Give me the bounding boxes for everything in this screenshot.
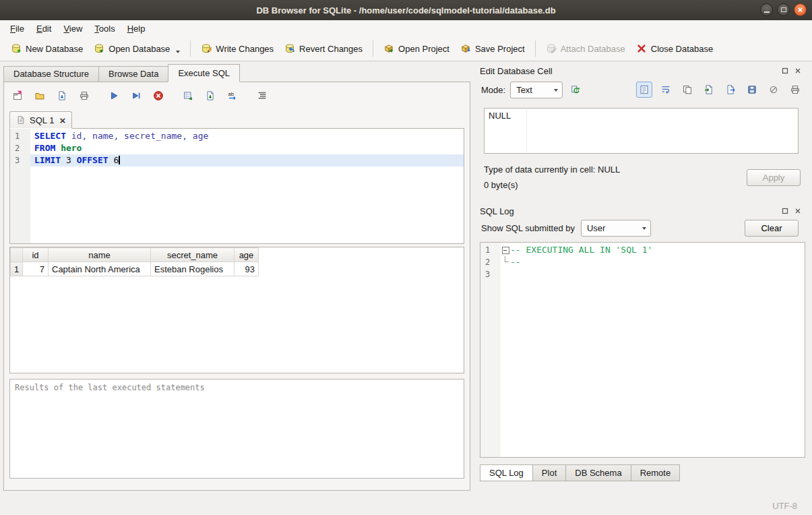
save-button[interactable] [744,82,760,98]
set-null-button[interactable] [766,82,782,98]
log-filter-combobox[interactable]: User [581,220,651,237]
button-label: Attach Database [561,44,625,54]
row-number[interactable]: 1 [11,262,23,276]
app-window: DB Browser for SQLite - /home/user/code/… [0,0,812,515]
save-project-button[interactable]: Save Project [455,40,530,57]
dock-tab-plot[interactable]: Plot [532,464,566,481]
menu-view[interactable]: View [57,22,88,36]
save-sql-file-icon [57,90,67,101]
find-replace-button[interactable]: ab [224,88,241,104]
log-line-2: 2-- [480,256,805,268]
print-icon [790,84,801,95]
close-window-button[interactable]: × [794,3,807,16]
export-button[interactable] [722,82,739,98]
sql-log-title: SQL Log [480,206,782,216]
tab-execute-sql[interactable]: Execute SQL [168,64,240,82]
format-sql-button[interactable] [254,88,270,104]
fold-marker [501,268,510,280]
log-line-3: 3 [480,268,805,280]
column-header-age[interactable]: age [235,248,259,262]
button-label: New Database [26,44,83,54]
window-title: DB Browser for SQLite - /home/user/code/… [0,5,812,16]
maximize-button[interactable] [777,3,790,16]
import-button[interactable] [701,82,717,98]
copy-button[interactable] [679,82,695,98]
main-toolbar: New DatabaseOpen DatabaseWrite ChangesRe… [0,36,812,61]
line-text: SELECT id, name, secret_name, age [30,130,464,142]
log-filter-label: Show SQL submitted by [481,223,575,233]
menu-edit[interactable]: Edit [30,22,57,36]
table-cell[interactable]: Esteban Rogelios [151,262,235,276]
dock-tab-remote[interactable]: Remote [631,464,681,481]
tab-close-icon[interactable]: × [59,115,65,125]
new-database-button[interactable]: New Database [5,40,88,57]
sql-log-view[interactable]: 1-- EXECUTING ALL IN 'SQL 1'2--3 [480,242,805,458]
log-line-1: 1-- EXECUTING ALL IN 'SQL 1' [480,244,805,256]
tab-database-structure[interactable]: Database Structure [3,66,99,82]
cell-content: NULL [489,111,511,121]
dock-tab-bar: SQL LogPlotDB SchemaRemote [480,464,810,481]
open-database-button[interactable]: Open Database [88,40,185,57]
dropdown-arrow-icon[interactable] [176,51,180,53]
close-database-button[interactable]: Close Database [631,40,719,57]
dock-tab-sql-log[interactable]: SQL Log [480,464,533,481]
maximize-icon [781,7,786,12]
menu-file[interactable]: File [4,22,30,36]
column-header-name[interactable]: name [49,248,151,262]
text-view-button[interactable] [636,82,652,98]
execute-all-button[interactable] [106,88,122,104]
sql-tab[interactable]: SQL 1 × [9,111,72,129]
save-results-button[interactable] [202,88,218,104]
table-cell[interactable]: 93 [235,262,259,276]
open-sql-new-tab-button[interactable] [9,88,26,104]
sql-editor[interactable]: 1SELECT id, name, secret_name, age2FROM … [9,128,464,244]
edit-cell-title: Edit Database Cell [480,66,782,76]
fold-marker[interactable] [501,244,510,256]
minimize-button[interactable] [760,3,773,16]
print-button[interactable] [787,82,803,98]
menu-help[interactable]: Help [121,22,152,36]
menu-tools[interactable]: Tools [88,22,121,36]
dock-tab-db-schema[interactable]: DB Schema [565,464,631,481]
undock-icon[interactable] [782,67,789,75]
open-sql-file-button[interactable] [32,88,48,104]
results-grid[interactable]: idnamesecret_nameage17Captain North Amer… [9,247,464,373]
table-cell[interactable]: 7 [23,262,49,276]
save-project-icon [460,43,471,54]
export-csv-button[interactable] [180,88,196,104]
execute-current-line-button[interactable] [128,88,144,104]
column-header-secret-name[interactable]: secret_name [151,248,235,262]
cell-editor[interactable]: NULL [484,108,799,154]
table-cell[interactable]: Captain North America [49,262,151,276]
write-changes-button[interactable]: Write Changes [195,40,279,57]
export-csv-icon [183,90,193,101]
open-project-button[interactable]: Open Project [378,40,455,57]
mode-combobox[interactable]: Text [510,82,563,98]
set-null-icon [768,84,779,95]
revert-changes-button[interactable]: Revert Changes [279,40,368,57]
clear-button[interactable]: Clear [745,220,799,237]
column-header-id[interactable]: id [23,248,49,262]
export-icon [725,84,736,95]
print-sql-button[interactable] [76,88,92,104]
mode-value: Text [516,85,532,95]
grid-corner[interactable] [11,248,23,262]
open-database-icon [94,43,104,54]
main-tab-bar: Database StructureBrowse DataExecute SQL [3,64,239,82]
line-number: 2 [480,256,501,268]
cell-editor-icons [636,82,803,98]
table-row: 17Captain North AmericaEsteban Rogelios9… [11,262,259,276]
minimize-icon [764,11,770,13]
tab-browse-data[interactable]: Browse Data [98,66,168,82]
stop-execution-button[interactable] [150,88,166,104]
line-text: LIMIT 3 OFFSET 6 [30,154,464,166]
close-panel-icon[interactable] [794,208,802,215]
undock-icon[interactable] [782,208,789,215]
close-panel-icon[interactable] [794,67,802,75]
line-number: 1 [10,130,30,142]
word-wrap-button[interactable] [658,82,674,98]
auto-switch-mode-button[interactable] [567,82,584,98]
titlebar[interactable]: DB Browser for SQLite - /home/user/code/… [0,0,812,20]
attach-database-button: Attach Database [540,40,631,57]
save-sql-file-button[interactable] [54,88,70,104]
